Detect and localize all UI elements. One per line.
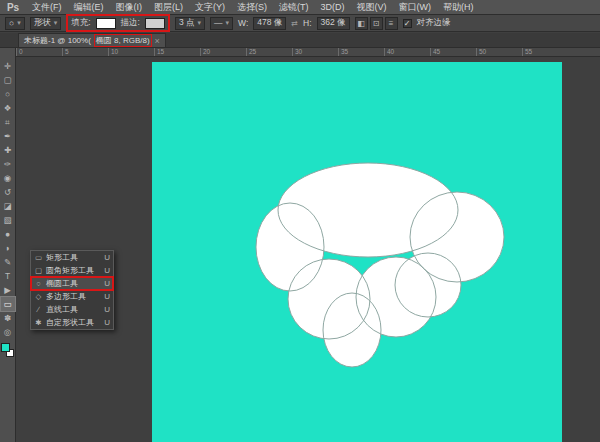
- fill-label: 填充:: [71, 17, 90, 29]
- flyout-menu-item[interactable]: ◇ 多边形工具 U: [31, 290, 113, 303]
- height-field[interactable]: 362 像: [317, 17, 350, 30]
- width-field[interactable]: 478 像: [253, 17, 286, 30]
- tool-icon: ❖: [4, 103, 12, 113]
- stroke-style-select[interactable]: — ▾: [210, 17, 233, 30]
- align-edges-label: 对齐边缘: [417, 17, 451, 29]
- path-operation-icon[interactable]: ⊡: [370, 17, 383, 30]
- menu-items: 文件(F) 编辑(E) 图像(I) 图层(L) 文字(Y) 选择(S) 滤镜(T…: [26, 0, 480, 14]
- tool-mode-value: 形状: [34, 17, 51, 29]
- toolbar-tool[interactable]: ▶: [1, 283, 15, 297]
- toolbar-tool[interactable]: ○: [1, 87, 15, 101]
- tool-icon: ✎: [4, 257, 11, 267]
- flyout-item-shortcut: U: [104, 266, 110, 275]
- ruler-tick: 10: [108, 48, 154, 56]
- tool-icon: T: [5, 271, 10, 281]
- toolbar-tool[interactable]: T: [1, 269, 15, 283]
- menu-item[interactable]: 文字(Y): [189, 0, 231, 15]
- toolbar-tool[interactable]: ◎: [1, 325, 15, 339]
- shape-tool-icon: ◇: [34, 292, 43, 301]
- menu-item[interactable]: 滤镜(T): [273, 0, 315, 15]
- flyout-item-shortcut: U: [104, 279, 110, 288]
- tool-preset-button[interactable]: ○ ▾: [5, 17, 25, 30]
- document-tab-bar: 未标题-1 @ 100%( 椭圆 8, RGB/8) ×: [0, 33, 600, 48]
- toolbar-tool[interactable]: ✽: [1, 311, 15, 325]
- align-edges-checkbox[interactable]: ✓: [403, 19, 412, 28]
- shape-tool-icon: ✱: [34, 318, 43, 327]
- tool-icon: ◎: [4, 327, 11, 337]
- tool-icon: ▧: [3, 215, 11, 225]
- ruler-tick: 0: [16, 48, 62, 56]
- shape-svg: [152, 62, 562, 442]
- menu-item[interactable]: 3D(D): [315, 0, 351, 15]
- menu-item[interactable]: 图层(L): [148, 0, 189, 15]
- document-tab[interactable]: 未标题-1 @ 100%( 椭圆 8, RGB/8) ×: [18, 33, 166, 47]
- toolbar-tool[interactable]: ✛: [1, 59, 15, 73]
- tool-icon: ✽: [4, 313, 11, 323]
- toolbar-tool[interactable]: ✎: [1, 255, 15, 269]
- height-label: H:: [303, 18, 312, 28]
- shape-tools-flyout: ▭ 矩形工具 U ▢ 圆角矩形工具 U ○ 椭圆工具 U ◇ 多边形工具 U: [30, 250, 114, 330]
- tool-icon: ✑: [4, 159, 11, 169]
- toolbar-tool[interactable]: ▧: [1, 213, 15, 227]
- foreground-swatch[interactable]: [1, 343, 10, 352]
- toolbar-tool[interactable]: ●: [1, 227, 15, 241]
- ruler-tick: 15: [154, 48, 200, 56]
- tool-icon: ◗: [5, 243, 10, 253]
- menu-item[interactable]: 帮助(H): [437, 0, 480, 15]
- toolbar-tool[interactable]: ◗: [1, 241, 15, 255]
- flyout-menu-item[interactable]: ▭ 矩形工具 U: [31, 251, 113, 264]
- tool-icon: ▶: [4, 285, 11, 295]
- close-icon[interactable]: ×: [155, 36, 160, 46]
- annotation-box-tab-title: 椭圆 8, RGB/8): [94, 34, 152, 47]
- annotation-box-fill-stroke: 填充: 描边:: [66, 14, 170, 32]
- toolbar-tool[interactable]: ▭: [1, 297, 15, 311]
- ruler-tick: 20: [200, 48, 246, 56]
- path-operation-buttons: ◧ ⊡ ≡: [355, 15, 398, 31]
- flyout-menu-item[interactable]: ✱ 自定形状工具 U: [31, 316, 113, 329]
- flyout-menu-item[interactable]: ○ 椭圆工具 U: [31, 277, 113, 290]
- path-operation-icon[interactable]: ◧: [355, 17, 368, 30]
- path-operation-icon[interactable]: ≡: [385, 17, 398, 30]
- menu-item[interactable]: 编辑(E): [68, 0, 110, 15]
- flyout-menu-item[interactable]: ∕ 直线工具 U: [31, 303, 113, 316]
- toolbar-tool[interactable]: ✑: [1, 157, 15, 171]
- tab-title-prefix: 未标题-1 @ 100%(: [24, 35, 91, 46]
- canvas[interactable]: [152, 62, 562, 442]
- flyout-item-shortcut: U: [104, 318, 110, 327]
- options-bar: ○ ▾ 形状 ▾ 填充: 描边: 3 点 ▾ — ▾ W: 478 像 ⇄ H:…: [0, 15, 600, 32]
- stroke-swatch[interactable]: [145, 18, 165, 29]
- menu-item[interactable]: 窗口(W): [393, 0, 438, 15]
- toolbar-tool[interactable]: ✒: [1, 129, 15, 143]
- shape-tool-icon: ▢: [34, 266, 43, 275]
- tool-icon: ✚: [4, 145, 11, 155]
- menu-item[interactable]: 图像(I): [110, 0, 149, 15]
- fill-swatch[interactable]: [96, 18, 116, 29]
- menu-item[interactable]: 文件(F): [26, 0, 68, 15]
- tool-icon: ○: [5, 89, 10, 99]
- toolbar-tool[interactable]: ❖: [1, 101, 15, 115]
- tool-icon: ◉: [4, 173, 11, 183]
- stroke-width-select[interactable]: 3 点 ▾: [175, 17, 205, 30]
- menu-item[interactable]: 选择(S): [231, 0, 273, 15]
- color-wells: [1, 343, 14, 357]
- toolbar-tool[interactable]: ⌗: [1, 115, 15, 129]
- tool-icon: ▢: [3, 75, 11, 85]
- tool-icon: ✒: [4, 131, 11, 141]
- width-label: W:: [238, 18, 248, 28]
- toolbar-tool[interactable]: ↺: [1, 185, 15, 199]
- toolbar-tool[interactable]: ▢: [1, 73, 15, 87]
- stroke-label: 描边:: [121, 17, 140, 29]
- toolbar-tool[interactable]: ◪: [1, 199, 15, 213]
- link-dimensions-icon[interactable]: ⇄: [291, 19, 298, 28]
- flyout-menu-item[interactable]: ▢ 圆角矩形工具 U: [31, 264, 113, 277]
- chevron-down-icon: ▾: [54, 19, 58, 27]
- toolbar-tool[interactable]: ◉: [1, 171, 15, 185]
- menu-item[interactable]: 视图(V): [351, 0, 393, 15]
- tool-icon: ✛: [4, 61, 11, 71]
- ruler-tick: 40: [384, 48, 430, 56]
- tool-mode-select[interactable]: 形状 ▾: [30, 17, 62, 30]
- chevron-down-icon: ▾: [226, 19, 230, 27]
- menu-bar: Ps 文件(F) 编辑(E) 图像(I) 图层(L) 文字(Y) 选择(S) 滤…: [0, 0, 600, 15]
- ruler-tick: 5: [62, 48, 108, 56]
- toolbar-tool[interactable]: ✚: [1, 143, 15, 157]
